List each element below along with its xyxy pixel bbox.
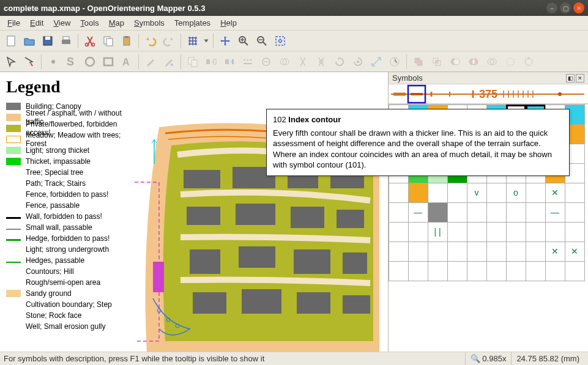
fill-border-icon[interactable] — [221, 53, 238, 70]
undo-icon[interactable] — [142, 32, 159, 50]
measure-icon[interactable] — [386, 53, 403, 70]
symbol-cell[interactable] — [565, 202, 585, 223]
menu-templates[interactable]: Templates — [169, 17, 215, 29]
bool-union-icon[interactable] — [410, 53, 427, 70]
symbol-cell[interactable] — [486, 241, 507, 262]
point-tool-icon[interactable] — [45, 53, 62, 70]
menu-map[interactable]: Map — [104, 17, 129, 29]
symbol-cell[interactable] — [526, 183, 546, 203]
circle-tool-icon[interactable] — [81, 53, 99, 70]
menu-tools[interactable]: Tools — [75, 17, 103, 29]
menu-view[interactable]: View — [48, 17, 75, 29]
symbol-strip[interactable]: 375 — [389, 84, 588, 104]
symbol-cell[interactable] — [428, 202, 448, 223]
grid-icon[interactable] — [184, 32, 201, 50]
edit-tool-icon[interactable] — [2, 53, 20, 70]
fill-tool-icon[interactable] — [160, 53, 177, 70]
symbol-cell[interactable] — [506, 222, 526, 242]
symbol-cell[interactable] — [447, 261, 467, 281]
status-zoom[interactable]: 🔍 0.985x — [465, 352, 512, 365]
symbol-cell[interactable] — [389, 261, 409, 281]
new-icon[interactable] — [2, 32, 20, 50]
symbol-cell[interactable] — [486, 202, 507, 223]
convert-curves-icon[interactable] — [502, 53, 519, 70]
symbol-cell[interactable] — [526, 202, 546, 223]
cut-icon[interactable] — [81, 32, 99, 50]
edit-line-tool-icon[interactable] — [21, 53, 38, 70]
symbol-cell[interactable] — [447, 241, 467, 262]
symbol-cell[interactable] — [408, 241, 428, 262]
rect-tool-icon[interactable] — [100, 53, 117, 70]
symbol-cell[interactable] — [545, 261, 565, 281]
connect-icon[interactable] — [258, 53, 275, 70]
rotate-pattern-icon[interactable] — [349, 53, 367, 70]
symbol-cell[interactable] — [428, 261, 448, 281]
bool-merge-icon[interactable] — [483, 53, 501, 70]
pan-icon[interactable] — [217, 32, 234, 50]
path-tool-icon[interactable]: S — [63, 53, 80, 70]
symbol-cell[interactable] — [428, 241, 448, 262]
bool-xor-icon[interactable] — [465, 53, 482, 70]
symbol-cell[interactable]: ✕ — [565, 241, 585, 262]
symbol-cell[interactable] — [408, 261, 428, 281]
simplify-icon[interactable] — [520, 53, 537, 70]
symbol-cell[interactable] — [447, 222, 467, 242]
symbol-cell[interactable] — [467, 261, 487, 281]
save-icon[interactable] — [39, 32, 56, 50]
open-icon[interactable] — [21, 32, 38, 50]
paint-tool-icon[interactable] — [142, 53, 159, 70]
grid-dropdown-icon[interactable] — [203, 32, 210, 50]
symbol-cell[interactable] — [389, 241, 409, 262]
symbol-cell[interactable]: | | — [428, 222, 448, 242]
symbol-cell[interactable] — [506, 202, 526, 223]
menu-symbols[interactable]: Symbols — [129, 17, 169, 29]
symbol-cell[interactable] — [545, 222, 565, 242]
duplicate-icon[interactable] — [184, 53, 201, 70]
symbol-cell[interactable]: ✕ — [545, 241, 565, 262]
symbol-cell[interactable] — [486, 222, 507, 242]
menu-file[interactable]: File — [2, 17, 25, 29]
symbol-cell[interactable] — [467, 222, 487, 242]
panel-float-button[interactable]: ◧ — [566, 74, 575, 83]
close-button[interactable]: ✕ — [573, 2, 584, 13]
symbol-cell[interactable] — [447, 183, 467, 203]
symbol-cell[interactable] — [467, 241, 487, 262]
symbol-cell[interactable] — [565, 261, 585, 281]
symbol-cell[interactable] — [447, 202, 467, 223]
menu-edit[interactable]: Edit — [25, 17, 48, 29]
symbol-cell[interactable]: v — [467, 183, 487, 203]
unify-icon[interactable] — [276, 53, 293, 70]
maximize-button[interactable]: ▢ — [560, 2, 571, 13]
symbol-cell[interactable] — [526, 222, 546, 242]
symbol-cell[interactable] — [506, 261, 526, 281]
scale-icon[interactable] — [368, 53, 385, 70]
rotate-icon[interactable] — [331, 53, 348, 70]
switch-dashes-icon[interactable] — [239, 53, 256, 70]
menu-help[interactable]: Help — [215, 17, 242, 29]
symbol-cell[interactable] — [428, 183, 448, 203]
switch-symbol-icon[interactable] — [203, 53, 220, 70]
symbol-cell[interactable] — [408, 222, 428, 242]
symbol-cell[interactable] — [526, 241, 546, 262]
bool-intersect-icon[interactable] — [428, 53, 445, 70]
redo-icon[interactable] — [160, 32, 177, 50]
symbol-cell[interactable] — [565, 222, 585, 242]
bool-diff-icon[interactable] — [447, 53, 464, 70]
panel-close-button[interactable]: ✕ — [576, 74, 584, 83]
zoom-out-icon[interactable] — [253, 32, 270, 50]
symbol-cell[interactable] — [486, 261, 507, 281]
symbol-cell[interactable]: o — [506, 183, 526, 203]
paste-icon[interactable] — [118, 32, 135, 50]
cut-hole-icon[interactable] — [313, 53, 330, 70]
symbol-cell[interactable]: — — [408, 202, 428, 223]
symbol-cell[interactable] — [467, 202, 487, 223]
zoom-in-icon[interactable] — [235, 32, 252, 50]
symbol-cell[interactable]: ✕ — [545, 183, 565, 203]
symbol-cell[interactable]: — — [545, 202, 565, 223]
symbol-cell[interactable] — [408, 183, 428, 203]
symbol-cell[interactable] — [486, 183, 507, 203]
cut-tool-icon[interactable] — [294, 53, 311, 70]
copy-icon[interactable] — [100, 32, 117, 50]
symbol-cell[interactable] — [389, 202, 409, 223]
minimize-button[interactable]: – — [546, 2, 557, 13]
